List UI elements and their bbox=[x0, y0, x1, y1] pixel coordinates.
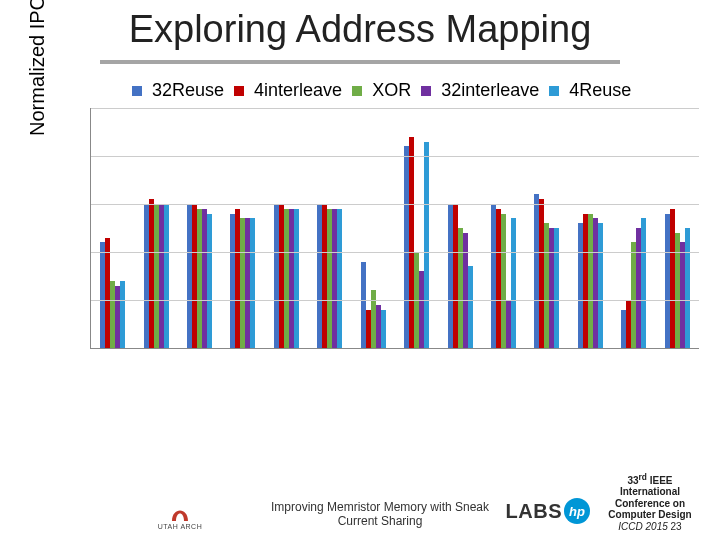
gridline bbox=[91, 156, 699, 157]
conf-line-4: Computer Design bbox=[590, 509, 710, 521]
bar bbox=[120, 281, 125, 348]
plot-area: Gemsastarbwavesbzip2gobmkhmmerlbmlibqmcf… bbox=[90, 108, 699, 349]
y-tick-label: 1.0 bbox=[90, 194, 91, 215]
conf-venue-line: ICCD 2015 23 bbox=[590, 521, 710, 533]
y-tick-label: 1.1 bbox=[90, 146, 91, 167]
bar-group: mcf bbox=[438, 108, 481, 348]
x-tick-label: bwaves bbox=[200, 348, 224, 349]
bar-groups: Gemsastarbwavesbzip2gobmkhmmerlbmlibqmcf… bbox=[91, 108, 699, 348]
page-number: 23 bbox=[671, 521, 682, 532]
bar-group: xalanc bbox=[569, 108, 612, 348]
bar-group: lbm bbox=[352, 108, 395, 348]
gridline bbox=[91, 300, 699, 301]
hp-circle-icon: hp bbox=[564, 498, 590, 524]
y-tick-label: 0.8 bbox=[90, 290, 91, 311]
bar-group: astar bbox=[134, 108, 177, 348]
x-tick-label: soplex bbox=[547, 348, 571, 349]
page-title: Exploring Address Mapping bbox=[0, 8, 720, 51]
legend-label: 4interleave bbox=[254, 80, 342, 101]
x-tick-label: Gems bbox=[113, 348, 137, 349]
y-tick-label: 1.2 bbox=[90, 108, 91, 119]
x-tick-label: GM bbox=[677, 348, 699, 349]
conf-line-2: International bbox=[590, 486, 710, 498]
bar bbox=[424, 142, 429, 348]
conf-venue: ICCD 2015 bbox=[618, 521, 667, 532]
x-tick-label: mcf bbox=[460, 348, 484, 349]
conf-ordinal: 33 bbox=[627, 475, 638, 486]
gridline bbox=[91, 108, 699, 109]
bar bbox=[511, 218, 516, 348]
footer-caption: Improving Memristor Memory with Sneak Cu… bbox=[260, 500, 500, 528]
gridline bbox=[91, 204, 699, 205]
arch-icon bbox=[168, 499, 192, 523]
bar-group: zeus bbox=[612, 108, 655, 348]
bar-group: Gems bbox=[91, 108, 134, 348]
x-tick-label: gobmk bbox=[286, 348, 310, 349]
slide: Exploring Address Mapping 32Reuse4interl… bbox=[0, 0, 720, 540]
y-tick-label: 0.9 bbox=[90, 242, 91, 263]
legend-label: 32interleave bbox=[441, 80, 539, 101]
chart-legend: 32Reuse4interleaveXOR32interleave4Reuse bbox=[132, 80, 704, 101]
bar bbox=[381, 310, 386, 348]
bar-group: bzip2 bbox=[221, 108, 264, 348]
conf-line-1: 33rd IEEE bbox=[590, 472, 710, 486]
bar bbox=[598, 223, 603, 348]
legend-swatch bbox=[132, 86, 142, 96]
x-tick-label: astar bbox=[156, 348, 180, 349]
x-tick-label: libq bbox=[417, 348, 441, 349]
bar-group: bwaves bbox=[178, 108, 221, 348]
bar bbox=[685, 228, 690, 348]
legend-swatch bbox=[421, 86, 431, 96]
legend-label: 32Reuse bbox=[152, 80, 224, 101]
legend-swatch bbox=[549, 86, 559, 96]
legend-swatch bbox=[234, 86, 244, 96]
x-tick-label: xalanc bbox=[590, 348, 614, 349]
conf-ordinal-sup: rd bbox=[639, 471, 647, 481]
x-tick-label: lbm bbox=[373, 348, 397, 349]
bar bbox=[294, 209, 299, 348]
bar-group: gobmk bbox=[265, 108, 308, 348]
x-tick-label: milc bbox=[504, 348, 528, 349]
x-tick-label: bzip2 bbox=[243, 348, 267, 349]
bar bbox=[164, 204, 169, 348]
x-tick-label: hmmer bbox=[330, 348, 354, 349]
y-axis-label: Normalized IPC bbox=[26, 0, 49, 136]
utah-arch-label: UTAH ARCH bbox=[150, 523, 210, 530]
bar-group: milc bbox=[482, 108, 525, 348]
gridline bbox=[91, 252, 699, 253]
labs-hp-logo: LABS hp bbox=[506, 498, 590, 524]
conference-info: 33rd IEEE International Conference on Co… bbox=[590, 472, 710, 532]
bar bbox=[250, 218, 255, 348]
x-tick-label: zeus bbox=[634, 348, 658, 349]
conf-line-3: Conference on bbox=[590, 498, 710, 510]
legend-label: 4Reuse bbox=[569, 80, 631, 101]
bar bbox=[468, 266, 473, 348]
bar bbox=[641, 218, 646, 348]
conf-ieee: IEEE bbox=[647, 475, 673, 486]
bar bbox=[337, 209, 342, 348]
bar bbox=[207, 214, 212, 348]
bar-group: soplex bbox=[525, 108, 568, 348]
utah-arch-logo: UTAH ARCH bbox=[150, 499, 210, 530]
title-underline bbox=[100, 60, 620, 64]
bar-group: GM bbox=[655, 108, 698, 348]
labs-text: LABS bbox=[506, 500, 562, 523]
bar-group: libq bbox=[395, 108, 438, 348]
bar bbox=[554, 228, 559, 348]
y-tick-label: 0.7 bbox=[90, 338, 91, 350]
chart: 32Reuse4interleaveXOR32interleave4Reuse … bbox=[28, 76, 708, 406]
legend-swatch bbox=[352, 86, 362, 96]
legend-label: XOR bbox=[372, 80, 411, 101]
footer: UTAH ARCH Improving Memristor Memory wit… bbox=[0, 448, 720, 534]
bar-group: hmmer bbox=[308, 108, 351, 348]
